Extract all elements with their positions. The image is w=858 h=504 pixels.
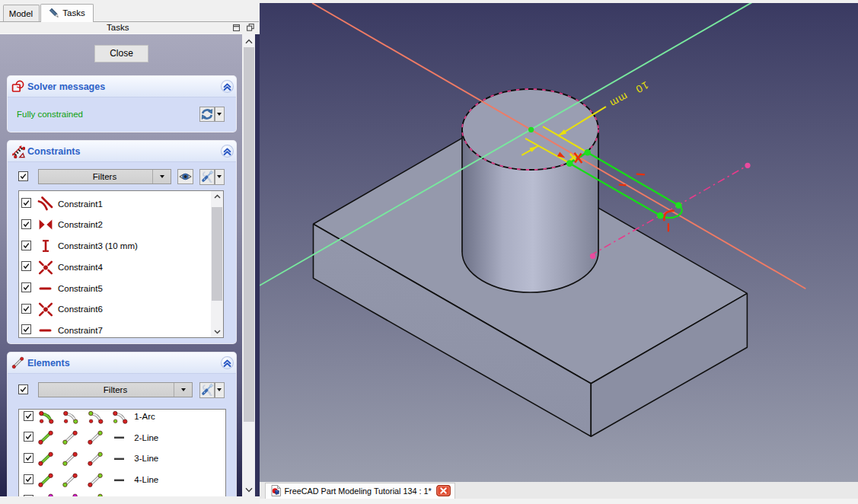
constraint-checkbox[interactable] — [21, 261, 31, 271]
dock-title-bar: Tasks — [0, 22, 259, 34]
close-button[interactable]: Close — [94, 45, 148, 62]
element-row[interactable]: 5-Line — [19, 490, 225, 496]
3d-viewport[interactable]: 10 mm — [260, 3, 858, 482]
show-hide-eye-button[interactable] — [177, 169, 193, 184]
element-end-icon — [86, 429, 104, 445]
constraint-row[interactable]: Constraint2 — [19, 215, 224, 236]
element-nomid-icon — [110, 429, 129, 445]
freecad-document-icon — [271, 485, 281, 496]
tab-tasks[interactable]: Tasks — [40, 4, 94, 22]
scroll-up-icon[interactable] — [211, 194, 223, 199]
element-end-icon — [86, 409, 104, 425]
element-start-icon — [61, 429, 79, 445]
constraint-row[interactable]: Constraint7 — [19, 320, 224, 337]
element-row[interactable]: 2-Line — [19, 427, 225, 448]
mdi-document-tab[interactable]: FreeCAD Part Modeling Tutorial 134 : 1* — [265, 483, 455, 499]
constraint-checkbox[interactable] — [21, 282, 31, 292]
horizontal-constraint-icon — [37, 280, 54, 297]
dock-float-icon[interactable] — [247, 24, 254, 31]
element-checkbox[interactable] — [24, 453, 33, 463]
scroll-down-icon[interactable] — [211, 330, 223, 334]
horizontal-constraint-icon — [37, 322, 54, 338]
coincident-constraint-icon — [37, 301, 54, 317]
constraint-checkbox[interactable] — [21, 304, 31, 314]
elements-list[interactable]: 1-Arc 2-Line 3-Line — [18, 409, 226, 497]
constraint-checkbox[interactable] — [21, 219, 31, 229]
element-nomid-icon — [110, 472, 129, 488]
element-mid-icon — [110, 409, 129, 425]
element-row[interactable]: 4-Line — [19, 469, 225, 490]
elements-settings-dropdown[interactable] — [215, 382, 225, 398]
solver-messages-icon — [11, 80, 24, 93]
constraint-label: Constraint4 — [58, 263, 103, 272]
section-header: Elements — [8, 352, 236, 374]
refresh-dropdown-button[interactable] — [215, 107, 225, 122]
elements-icon — [11, 356, 24, 369]
constraint-row[interactable]: Constraint4 — [19, 257, 224, 278]
status-strip — [260, 499, 858, 504]
element-label: 1-Arc — [134, 412, 155, 421]
constraint-row[interactable]: Constraint5 — [19, 278, 224, 299]
scroll-down-icon[interactable] — [243, 487, 255, 493]
symmetric-constraint-icon — [37, 216, 54, 233]
scroll-thumb[interactable] — [212, 207, 222, 301]
constraint-label: Constraint3 (10 mm) — [58, 241, 138, 250]
scroll-up-icon[interactable] — [243, 39, 255, 44]
element-checkbox[interactable] — [24, 432, 33, 442]
constraint-row[interactable]: Constraint3 (10 mm) — [19, 235, 224, 257]
constraint-label: Constraint7 — [58, 326, 103, 335]
window-bottom-strip — [0, 496, 260, 504]
element-checkbox[interactable] — [24, 474, 33, 484]
constraints-icon — [11, 145, 24, 158]
element-end-icon — [86, 451, 104, 467]
constraints-showall-checkbox[interactable] — [18, 171, 28, 181]
section-title: Elements — [27, 358, 70, 368]
tab-model[interactable]: Model — [3, 5, 40, 21]
constraint-row[interactable]: Constraint6 — [19, 299, 224, 321]
collapse-chevron-icon[interactable] — [221, 80, 234, 93]
section-title: Constraints — [27, 146, 80, 157]
constraint-label: Constraint1 — [58, 199, 103, 209]
elements-section: Elements Filters — [8, 352, 236, 496]
elements-showall-checkbox[interactable] — [18, 384, 28, 394]
collapse-chevron-icon[interactable] — [221, 356, 234, 369]
element-label: 2-Line — [134, 433, 158, 442]
close-button-label: Close — [110, 48, 133, 59]
element-edge-icon — [37, 429, 55, 445]
coincident-constraint-icon — [37, 259, 54, 276]
dock-restore-icon[interactable] — [233, 24, 240, 30]
constraints-settings-button[interactable] — [199, 169, 215, 185]
constraints-list-scrollbar[interactable] — [211, 191, 223, 337]
constraint-checkbox[interactable] — [21, 198, 31, 208]
tab-close-icon[interactable] — [436, 485, 451, 496]
element-start-icon — [61, 451, 79, 467]
tangent-constraint-icon — [37, 196, 54, 212]
element-end-icon — [86, 472, 104, 488]
panel-scroll-thumb[interactable] — [244, 47, 254, 422]
constraint-checkbox[interactable] — [21, 324, 31, 334]
mdi-tab-bar: FreeCAD Part Modeling Tutorial 134 : 1* — [260, 482, 858, 499]
constraint-label: Constraint5 — [58, 284, 103, 293]
elements-settings-button[interactable] — [199, 382, 215, 398]
solver-status-text[interactable]: Fully constrained — [17, 110, 83, 119]
section-header: Constraints — [8, 141, 236, 162]
combo-arrow-icon — [174, 383, 192, 397]
mdi-tab-label: FreeCAD Part Modeling Tutorial 134 : 1* — [285, 486, 432, 496]
element-checkbox[interactable] — [24, 411, 33, 421]
element-row[interactable]: 3-Line — [19, 448, 225, 470]
section-title: Solver messages — [27, 81, 105, 92]
collapse-chevron-icon[interactable] — [221, 145, 234, 158]
element-edge-icon — [37, 409, 55, 425]
panel-scrollbar[interactable] — [243, 34, 255, 496]
solver-messages-section: Solver messages Fully constrained — [8, 76, 236, 132]
constraints-list[interactable]: Constraint1 Constraint2 Constraint3 (10 … — [18, 190, 225, 338]
constraints-filters-combo[interactable]: Filters — [38, 169, 171, 184]
constraints-settings-dropdown[interactable] — [215, 169, 225, 185]
constraint-row[interactable]: Constraint1 — [19, 193, 224, 215]
refresh-button[interactable] — [199, 107, 215, 122]
combo-arrow-icon — [152, 170, 171, 183]
elements-filters-combo[interactable]: Filters — [38, 382, 193, 397]
constraint-checkbox[interactable] — [21, 241, 31, 250]
tab-model-label: Model — [9, 9, 33, 18]
element-row[interactable]: 1-Arc — [19, 409, 225, 428]
